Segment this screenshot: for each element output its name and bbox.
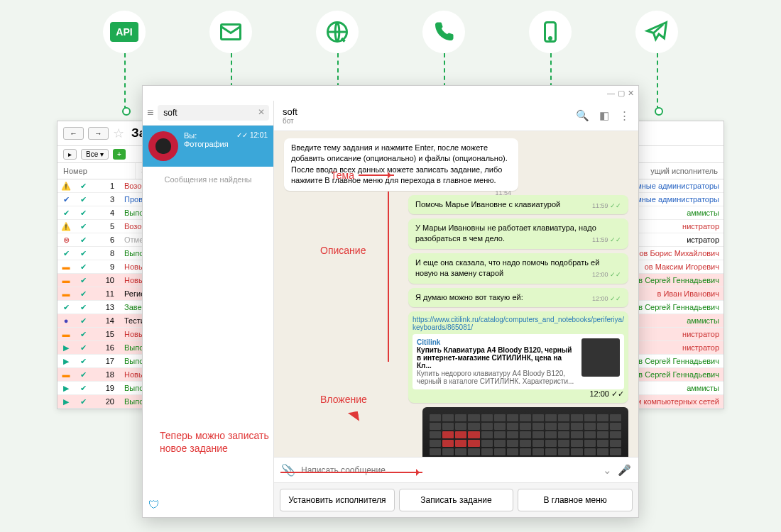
forward-button[interactable]: →: [88, 127, 109, 140]
set-executor-button[interactable]: Установить исполнителя: [280, 489, 395, 511]
more-icon[interactable]: ⋮: [619, 109, 630, 122]
save-task-button[interactable]: Записать задание: [399, 489, 514, 511]
globe-icon: [316, 11, 359, 53]
message-area: Введите тему задания и нажмите Enter, по…: [274, 131, 638, 457]
link-preview[interactable]: https://www.citilink.ru/catalog/computer…: [408, 311, 628, 403]
back-button[interactable]: ←: [63, 127, 84, 140]
message-out: Я думаю можно вот такую ей:12:00 ✓✓: [408, 288, 628, 307]
add-button[interactable]: +: [113, 149, 126, 160]
chat-subtitle: бот: [283, 117, 297, 125]
attach-icon[interactable]: 📎: [281, 463, 295, 477]
star-icon[interactable]: ☆: [113, 126, 124, 141]
minimize-button[interactable]: —: [607, 89, 615, 98]
search-input[interactable]: [158, 105, 269, 121]
maximize-button[interactable]: ▢: [618, 89, 625, 98]
conversation-item[interactable]: Вы: Фотография ✓✓ 12:01: [143, 126, 273, 167]
panel-icon[interactable]: ◧: [599, 109, 609, 122]
shield-icon[interactable]: 🛡: [148, 499, 160, 511]
system-message: Введите тему задания и нажмите Enter, по…: [284, 138, 518, 191]
annotation-save: Теперь можно записать новое задание: [160, 429, 273, 455]
link-thumb: [581, 338, 620, 377]
annotation-vloj: Вложение: [320, 394, 367, 422]
filter-dropdown[interactable]: Все ▾: [81, 149, 109, 160]
read-icon: ✓✓: [236, 131, 248, 139]
api-icon: API: [103, 11, 146, 53]
search-icon[interactable]: 🔍: [576, 109, 589, 122]
expand-button[interactable]: ▸: [63, 149, 77, 160]
phone-icon: [422, 11, 465, 53]
mail-icon: [209, 11, 252, 53]
clear-search-icon[interactable]: ✕: [258, 107, 265, 117]
keyboard-image[interactable]: [422, 407, 628, 457]
mic-icon[interactable]: 🎤: [618, 464, 631, 477]
mobile-icon: [529, 11, 572, 53]
channel-icons: API: [0, 0, 781, 57]
chat-title: soft: [283, 106, 297, 117]
annotation-arrow: [280, 472, 422, 473]
message-out: У Марьи Ивановны не работает клавиатура,…: [408, 218, 628, 249]
svg-point-3: [550, 38, 552, 40]
no-results: Сообщения не найдены: [143, 167, 273, 192]
telegram-icon: [635, 11, 678, 53]
message-input[interactable]: [301, 465, 597, 475]
col-executor[interactable]: ущий исполнитель: [645, 163, 723, 179]
main-menu-button[interactable]: В главное меню: [518, 489, 633, 511]
message-out: Помочь Марье Ивановне с клавиатурой11:59…: [408, 195, 628, 214]
close-button[interactable]: ✕: [628, 89, 634, 98]
col-number[interactable]: Номер: [58, 163, 136, 179]
menu-icon[interactable]: ≡: [147, 106, 153, 119]
avatar: [148, 131, 178, 161]
annotation-opis: Описание: [320, 245, 366, 256]
annotation-line: [388, 192, 389, 362]
conversation-preview: Вы: Фотография: [184, 131, 231, 148]
chat-input-bar: 📎 ⌄ 🎤: [274, 457, 638, 482]
message-out: И еще она сказала, что надо помочь подоб…: [408, 253, 628, 284]
chevron-down-icon[interactable]: ⌄: [603, 464, 612, 477]
